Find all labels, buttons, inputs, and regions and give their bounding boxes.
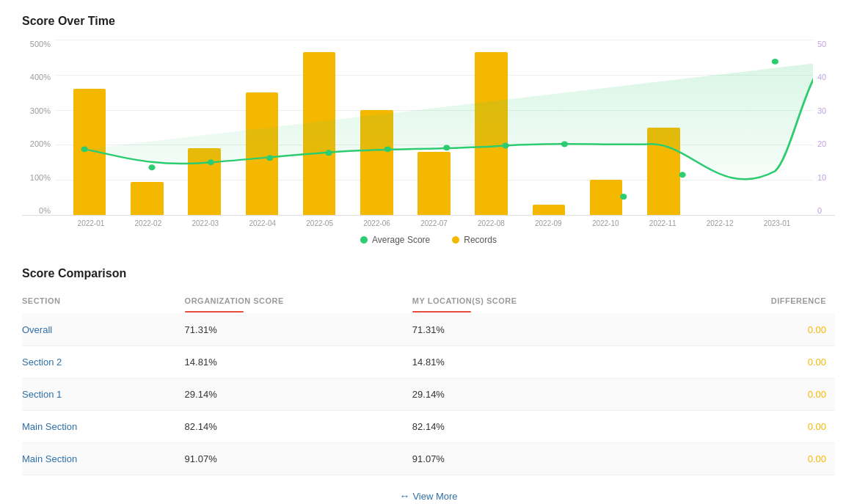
chart-title: Score Over Time [22,15,835,28]
bar-2022-11 [647,128,680,216]
cell-org-score: 71.31% [185,313,412,346]
legend-dot-green [360,236,368,244]
cell-org-score: 14.81% [185,346,412,379]
cell-section: Overall [22,313,185,346]
cell-diff: 0.00 [640,411,835,443]
loc-underline [412,311,471,313]
legend-records: Records [452,235,497,245]
cell-org-score: 29.14% [185,379,412,411]
bar-2022-02 [131,182,164,215]
y-axis-right: 50 40 30 20 10 0 [813,40,835,215]
bar-group [406,40,461,215]
legend-records-label: Records [464,235,497,245]
bar-group [292,40,346,215]
bar-group [464,40,519,215]
cell-section: Main Section [22,443,185,475]
legend-dot-yellow [452,236,459,244]
table-row: Main Section 91.07% 91.07% 0.00 [22,443,835,475]
bar-group [120,40,174,215]
col-header-org: ORGANIZATION SCORE [185,292,412,313]
comparison-table: SECTION ORGANIZATION SCORE MY LOCATION(S… [22,292,835,475]
table-row: Main Section 82.14% 82.14% 0.00 [22,411,835,443]
bar-group [235,40,289,215]
table-row: Section 2 14.81% 14.81% 0.00 [22,346,835,379]
bar-2022-04 [246,92,279,215]
comparison-title: Score Comparison [22,267,835,280]
legend-avg-label: Average Score [372,235,430,245]
cell-loc-score: 14.81% [412,346,640,379]
legend-avg-score: Average Score [360,235,430,245]
cell-org-score: 91.07% [185,443,412,475]
col-header-loc: MY LOCATION(S) SCORE [412,292,640,313]
cell-diff: 0.00 [640,443,835,475]
bar-group [636,40,690,215]
bar-2022-08 [475,52,508,215]
bars-container [55,40,813,215]
bar-group [751,40,806,215]
bar-group [579,40,633,215]
cell-section: Section 1 [22,379,185,411]
bar-2022-07 [417,152,451,215]
chart-area: 500% 400% 300% 200% 100% 0% 50 40 30 20 … [22,40,835,216]
chart-legend: Average Score Records [22,235,835,245]
cell-loc-score: 91.07% [412,443,640,475]
x-axis: 2022-01 2022-02 2022-03 2022-04 2022-05 … [55,216,813,227]
org-underline [185,311,244,313]
table-row: Section 1 29.14% 29.14% 0.00 [22,379,835,411]
bar-2022-10 [590,180,623,215]
score-comparison-section: Score Comparison SECTION ORGANIZATION SC… [22,267,835,502]
y-axis-left: 500% 400% 300% 200% 100% 0% [22,40,55,215]
bar-2022-05 [303,52,336,215]
view-more-container: View More [22,490,835,502]
bar-group [522,40,576,215]
chart-inner [55,40,813,215]
bar-2022-03 [188,148,221,215]
col-header-section: SECTION [22,292,185,313]
bar-2022-09 [533,205,566,215]
cell-loc-score: 29.14% [412,379,640,411]
chart-container: 500% 400% 300% 200% 100% 0% 50 40 30 20 … [22,40,835,245]
col-header-diff: DIFFERENCE [640,292,835,313]
cell-diff: 0.00 [640,346,835,379]
cell-loc-score: 71.31% [412,313,640,346]
bar-group [62,40,117,215]
cell-diff: 0.00 [640,379,835,411]
cell-org-score: 82.14% [185,411,412,443]
view-more-link[interactable]: View More [399,490,457,502]
bar-2022-01 [73,89,106,215]
table-row: Overall 71.31% 71.31% 0.00 [22,313,835,346]
cell-loc-score: 82.14% [412,411,640,443]
bar-group [349,40,404,215]
cell-section: Main Section [22,411,185,443]
cell-section: Section 2 [22,346,185,379]
bar-group [694,40,748,215]
bar-group [177,40,231,215]
cell-diff: 0.00 [640,313,835,346]
bar-2022-06 [360,110,393,215]
